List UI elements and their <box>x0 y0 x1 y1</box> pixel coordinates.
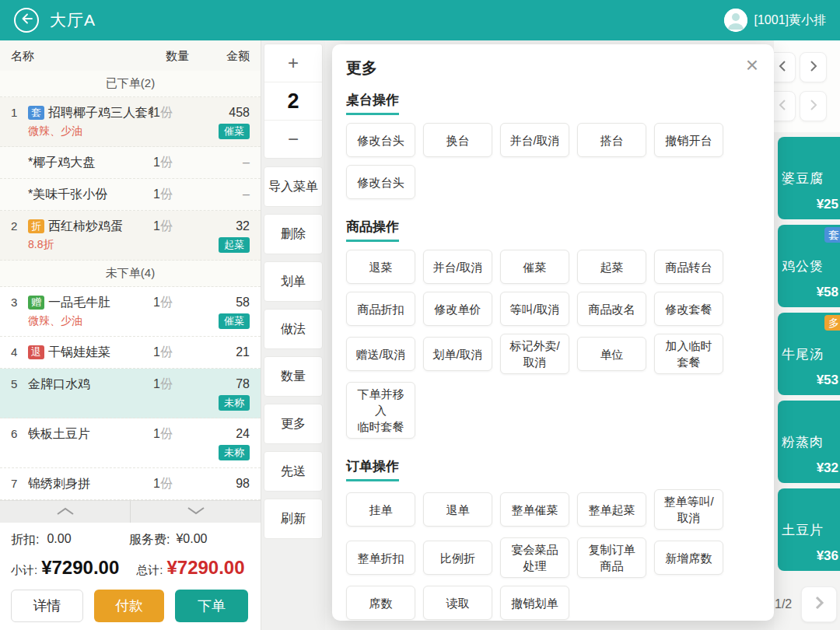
menu-tiles: 婆豆腐¥25套鸡公煲¥58多牛尾汤¥53粉蒸肉¥32土豆片¥36 <box>778 137 840 576</box>
modal-action-button[interactable]: 并台/取消 <box>500 123 569 157</box>
order-footer: 详情 付款 下单 <box>0 583 261 630</box>
order-row[interactable]: 4退干锅娃娃菜1份21 <box>0 337 261 369</box>
modal-action-button[interactable]: 撤销划单 <box>500 586 569 620</box>
menu-tile[interactable]: 粉蒸肉¥32 <box>778 401 840 483</box>
item-amount: 98 <box>201 475 250 492</box>
item-remark: 微辣、少油 <box>28 314 219 328</box>
column-amount: 金额 <box>201 49 250 64</box>
tile-type-badge: 套 <box>824 227 840 243</box>
modal-section-title: 桌台操作 <box>346 91 399 115</box>
item-name: *椰子鸡大盘 <box>28 154 153 171</box>
order-row[interactable]: 3赠一品毛牛肚1份58微辣、少油催菜 <box>0 287 261 337</box>
modal-action-button[interactable]: 加入临时 套餐 <box>654 334 723 374</box>
menu-tile[interactable]: 土豆片¥36 <box>778 488 840 571</box>
modal-action-button[interactable]: 起菜 <box>577 250 646 284</box>
toolbar-button[interactable]: 删除 <box>264 214 323 254</box>
item-status-badge: 催菜 <box>219 124 250 139</box>
item-name: 折西红柿炒鸡蛋 <box>28 218 153 235</box>
modal-action-button[interactable]: 标记外卖/ 取消 <box>500 334 569 374</box>
modal-action-button[interactable]: 读取 <box>423 586 492 620</box>
modal-action-button[interactable]: 换台 <box>423 123 492 157</box>
toolbar-button[interactable]: 数量 <box>264 356 323 397</box>
modal-action-button[interactable]: 修改台头 <box>346 123 415 157</box>
menu-tile[interactable]: 婆豆腐¥25 <box>778 137 840 219</box>
user-account[interactable]: [1001]黄小排 <box>724 9 826 32</box>
modal-action-button[interactable]: 整单起菜 <box>577 492 646 527</box>
item-qty: 1份 <box>153 294 201 311</box>
modal-action-button[interactable]: 整单催菜 <box>500 492 569 527</box>
toolbar-button[interactable]: 更多 <box>264 404 323 444</box>
order-row[interactable]: 5金牌口水鸡1份78未称 <box>0 369 261 418</box>
modal-action-button[interactable]: 挂单 <box>346 492 415 527</box>
item-amount: 58 <box>201 294 250 311</box>
tile-price: ¥58 <box>817 285 838 300</box>
modal-action-button[interactable]: 单位 <box>577 337 646 371</box>
order-panel: 名称 数量 金额 已下单(2)1套招聘椰子鸡三人套餐1份458微辣、少油催菜*椰… <box>0 40 261 630</box>
item-amount: – <box>201 154 250 171</box>
modal-action-button[interactable]: 修改套餐 <box>654 292 723 326</box>
modal-action-button[interactable]: 比例折 <box>423 541 492 575</box>
column-name: 名称 <box>11 49 153 64</box>
page-next-button[interactable] <box>800 91 827 121</box>
close-icon[interactable]: × <box>746 54 758 76</box>
menu-tile[interactable]: 套鸡公煲¥58 <box>778 225 840 307</box>
quantity-plus-button[interactable]: + <box>264 44 322 82</box>
modal-action-button[interactable]: 新增席数 <box>654 541 723 575</box>
toolbar-button[interactable]: 刷新 <box>264 499 323 539</box>
chevron-up-icon <box>55 505 75 519</box>
item-name: 退干锅娃娃菜 <box>28 344 153 361</box>
order-row[interactable]: 2折西红柿炒鸡蛋1份328.8折起菜 <box>0 211 261 261</box>
modal-action-button[interactable]: 划单/取消 <box>423 337 492 371</box>
page-indicator: 1/2 <box>775 597 792 611</box>
order-row[interactable]: *椰子鸡大盘1份– <box>0 147 261 179</box>
modal-action-button[interactable]: 等叫/取消 <box>500 292 569 326</box>
toolbar-button[interactable]: 划单 <box>264 261 323 302</box>
modal-action-button[interactable]: 并台/取消 <box>423 250 492 284</box>
tile-type-badge: 多 <box>824 315 840 331</box>
details-button[interactable]: 详情 <box>11 590 83 622</box>
modal-action-button[interactable]: 整单折扣 <box>346 541 415 575</box>
scroll-up-button[interactable] <box>0 501 131 523</box>
modal-action-button[interactable]: 退单 <box>423 492 492 527</box>
modal-action-button[interactable]: 商品折扣 <box>346 292 415 326</box>
modal-action-button[interactable]: 搭台 <box>577 123 646 157</box>
menu-tile[interactable]: 多牛尾汤¥53 <box>778 313 840 395</box>
modal-action-button[interactable]: 退菜 <box>346 250 415 284</box>
toolbar-button[interactable]: 先送 <box>264 451 323 492</box>
order-row[interactable]: 7锦绣刺身拼1份98 <box>0 468 261 500</box>
modal-action-button[interactable]: 催菜 <box>500 250 569 284</box>
quantity-minus-button[interactable]: − <box>264 121 322 158</box>
modal-action-button[interactable]: 下单并移入 临时套餐 <box>346 382 415 439</box>
toolbar-button[interactable]: 做法 <box>264 309 323 349</box>
modal-action-button[interactable]: 修改台头 <box>346 165 415 199</box>
submit-order-button[interactable]: 下单 <box>175 590 248 622</box>
order-row[interactable]: 6铁板土豆片1份24未称 <box>0 418 261 468</box>
order-row[interactable]: 1套招聘椰子鸡三人套餐1份458微辣、少油催菜 <box>0 97 261 147</box>
scroll-down-button[interactable] <box>131 501 261 523</box>
modal-action-button[interactable]: 商品改名 <box>577 292 646 326</box>
chevron-right-icon <box>809 99 818 114</box>
column-qty: 数量 <box>153 49 201 64</box>
row-number: 5 <box>11 376 28 393</box>
total-label: 总计: <box>136 563 163 578</box>
modal-action-button[interactable]: 修改单价 <box>423 292 492 326</box>
item-name: 锦绣刺身拼 <box>28 475 153 492</box>
chevron-right-icon <box>809 60 818 75</box>
modal-action-button[interactable]: 商品转台 <box>654 250 723 284</box>
arrow-left-icon <box>21 13 33 27</box>
modal-action-button[interactable]: 宴会菜品 处理 <box>500 537 569 578</box>
modal-action-button[interactable]: 整单等叫/ 取消 <box>654 489 723 530</box>
menu-next-page-button[interactable] <box>801 586 837 622</box>
pay-button[interactable]: 付款 <box>94 590 164 622</box>
toolbar-button[interactable]: 导入菜单 <box>264 166 323 207</box>
row-number: 7 <box>11 475 28 492</box>
category-next-button[interactable] <box>800 52 827 82</box>
modal-action-button[interactable]: 复制订单 商品 <box>577 537 646 578</box>
back-button[interactable] <box>14 8 39 33</box>
order-row[interactable]: *美味千张小份1份– <box>0 179 261 211</box>
modal-sections: 桌台操作修改台头换台并台/取消搭台撤销开台修改台头商品操作退菜并台/取消催菜起菜… <box>346 80 760 621</box>
modal-action-button[interactable]: 撤销开台 <box>654 123 723 157</box>
item-qty: 1份 <box>153 154 201 171</box>
modal-action-button[interactable]: 赠送/取消 <box>346 337 415 371</box>
modal-action-button[interactable]: 席数 <box>346 586 415 620</box>
